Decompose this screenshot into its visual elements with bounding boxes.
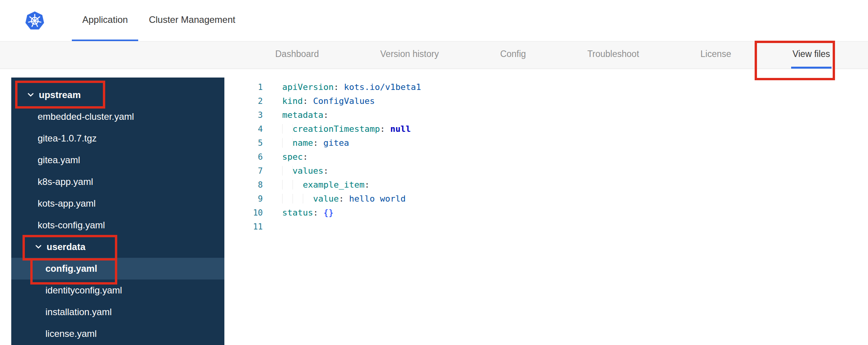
tree-folder-upstream[interactable]: upstream xyxy=(11,84,224,106)
tree-item-label: installation.yaml xyxy=(45,307,112,317)
line-number: 5 xyxy=(242,136,263,150)
tab-application[interactable]: Application xyxy=(72,0,138,41)
code-text: metadata: xyxy=(282,108,328,122)
code-editor: 1apiVersion: kots.io/v1beta12kind: Confi… xyxy=(242,80,868,234)
tab-dashboard[interactable]: Dashboard xyxy=(274,41,321,69)
tree-item-label: userdata xyxy=(47,242,85,252)
tree-item-label: license.yaml xyxy=(45,328,97,339)
app-subnav: Dashboard Version history Config Trouble… xyxy=(0,41,868,69)
tab-application-label: Application xyxy=(82,14,128,25)
tree-file-gitea-yaml[interactable]: gitea.yaml xyxy=(11,149,224,171)
kubernetes-logo-icon xyxy=(25,11,45,31)
tree-folder-userdata[interactable]: userdata xyxy=(11,236,224,258)
tab-version-history[interactable]: Version history xyxy=(379,41,441,69)
line-number: 10 xyxy=(242,206,263,220)
code-text: creationTimestamp: null xyxy=(282,122,411,136)
tab-troubleshoot-label: Troubleshoot xyxy=(587,49,639,59)
code-line: 9 value: hello world xyxy=(242,192,868,206)
tree-item-label: identityconfig.yaml xyxy=(45,285,122,296)
code-line: 11 xyxy=(242,220,868,234)
tree-file-gitea-1-0-7-tgz[interactable]: gitea-1.0.7.tgz xyxy=(11,128,224,149)
code-line: 5 name: gitea xyxy=(242,136,868,150)
tree-item-label: upstream xyxy=(39,90,81,100)
tab-license[interactable]: License xyxy=(699,41,733,69)
tree-item-label: kots-app.yaml xyxy=(38,198,95,209)
tree-file-kots-app-yaml[interactable]: kots-app.yaml xyxy=(11,193,224,214)
code-text: kind: ConfigValues xyxy=(282,94,375,108)
line-number: 1 xyxy=(242,80,263,94)
code-line: 8 example_item: xyxy=(242,178,868,192)
tab-config-label: Config xyxy=(500,49,526,59)
code-text: values: xyxy=(282,164,328,178)
line-number: 7 xyxy=(242,164,263,178)
line-number: 11 xyxy=(242,220,263,234)
code-line: 4 creationTimestamp: null xyxy=(242,122,868,136)
tab-view-files-label: View files xyxy=(793,49,830,59)
tab-cluster-management-label: Cluster Management xyxy=(149,14,235,25)
code-text: value: hello world xyxy=(282,192,406,206)
top-nav: Application Cluster Management xyxy=(72,0,246,41)
tab-version-history-label: Version history xyxy=(380,49,439,59)
code-text: name: gitea xyxy=(282,136,349,150)
line-number: 4 xyxy=(242,122,263,136)
tab-cluster-management[interactable]: Cluster Management xyxy=(138,0,246,41)
tree-file-kots-config-yaml[interactable]: kots-config.yaml xyxy=(11,214,224,236)
tree-file-k8s-app-yaml[interactable]: k8s-app.yaml xyxy=(11,171,224,193)
code-line: 6spec: xyxy=(242,150,868,164)
tree-file-installation-yaml[interactable]: installation.yaml xyxy=(11,301,224,323)
chevron-down-icon xyxy=(35,245,42,249)
tab-dashboard-label: Dashboard xyxy=(275,49,319,59)
code-line: 3metadata: xyxy=(242,108,868,122)
code-text: example_item: xyxy=(282,178,370,192)
tree-item-label: gitea-1.0.7.tgz xyxy=(38,133,97,144)
code-line: 10status: {} xyxy=(242,206,868,220)
code-text: apiVersion: kots.io/v1beta1 xyxy=(282,80,421,94)
tree-file-license-yaml[interactable]: license.yaml xyxy=(11,323,224,345)
tree-file-embedded-cluster-yaml[interactable]: embedded-cluster.yaml xyxy=(11,106,224,128)
chevron-down-icon xyxy=(28,93,34,97)
line-number: 8 xyxy=(242,178,263,192)
file-viewer[interactable]: 1apiVersion: kots.io/v1beta12kind: Confi… xyxy=(242,80,868,345)
tree-file-config-yaml[interactable]: config.yaml xyxy=(11,258,224,279)
tab-view-files[interactable]: View files xyxy=(791,41,832,69)
code-line: 2kind: ConfigValues xyxy=(242,94,868,108)
line-number: 9 xyxy=(242,192,263,206)
main-content: upstreamembedded-cluster.yamlgitea-1.0.7… xyxy=(0,69,868,345)
tab-troubleshoot[interactable]: Troubleshoot xyxy=(586,41,641,69)
app-header: Application Cluster Management xyxy=(0,0,868,41)
line-number: 2 xyxy=(242,94,263,108)
tree-item-label: embedded-cluster.yaml xyxy=(38,111,134,122)
code-text: spec: xyxy=(282,150,308,164)
code-line: 1apiVersion: kots.io/v1beta1 xyxy=(242,80,868,94)
tree-item-label: config.yaml xyxy=(45,263,97,274)
code-line: 7 values: xyxy=(242,164,868,178)
tab-config[interactable]: Config xyxy=(498,41,527,69)
tab-license-label: License xyxy=(700,49,731,59)
file-tree[interactable]: upstreamembedded-cluster.yamlgitea-1.0.7… xyxy=(11,78,224,345)
line-number: 6 xyxy=(242,150,263,164)
tree-file-identityconfig-yaml[interactable]: identityconfig.yaml xyxy=(11,279,224,301)
tree-item-label: gitea.yaml xyxy=(38,155,80,166)
tree-item-label: kots-config.yaml xyxy=(38,220,105,231)
line-number: 3 xyxy=(242,108,263,122)
tree-item-label: k8s-app.yaml xyxy=(38,176,93,187)
code-text: status: {} xyxy=(282,206,333,220)
